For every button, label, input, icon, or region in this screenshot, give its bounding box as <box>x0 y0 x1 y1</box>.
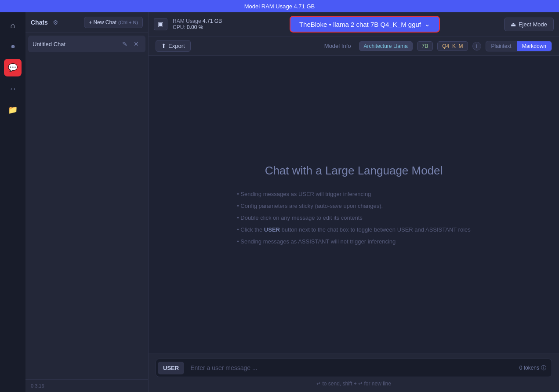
sidebar-settings-btn[interactable]: ⚙ <box>51 18 61 27</box>
chat-list: Untitled Chat ✎ ✕ <box>25 33 148 379</box>
format-toggle: Plaintext Markdown <box>486 41 552 51</box>
export-button[interactable]: ⬆ Export <box>156 40 191 52</box>
sidebar-title: Chats <box>31 19 48 26</box>
sidebar: Chats ⚙ + New Chat (Ctrl + N) Untitled C… <box>25 12 149 392</box>
hint-3: • Double click on any message to edit it… <box>237 214 471 221</box>
message-input[interactable] <box>189 361 515 375</box>
chat-close-btn[interactable]: ✕ <box>131 39 141 49</box>
hint-4: • Click the USER button next to the chat… <box>237 226 471 233</box>
arrows-icon[interactable]: ↔ <box>4 80 22 98</box>
folder-icon[interactable]: 📁 <box>4 101 22 119</box>
topbar-label: Model RAM Usage <box>244 3 292 10</box>
new-chat-button[interactable]: + New Chat (Ctrl + N) <box>84 17 143 28</box>
model-selector-text: TheBloke • llama 2 chat 7B Q4_K_M gguf <box>299 21 421 28</box>
content-header: ▣ RAM Usage 4.71 GB CPU: 0.00 % TheBloke… <box>149 12 559 36</box>
token-count: 0 tokens ⓘ <box>519 364 546 372</box>
markdown-button[interactable]: Markdown <box>517 41 552 51</box>
content-area: ▣ RAM Usage 4.71 GB CPU: 0.00 % TheBloke… <box>149 12 559 392</box>
new-chat-label: + New Chat <box>89 19 116 25</box>
cpu-value: 0.00 % <box>187 24 203 30</box>
size-badge: 7B <box>417 41 433 51</box>
ram-label: RAM Usage <box>173 18 201 24</box>
plaintext-button[interactable]: Plaintext <box>486 41 517 51</box>
new-chat-shortcut: (Ctrl + N) <box>118 20 138 25</box>
chat-welcome-text: Chat with a Large Language Model <box>265 164 443 178</box>
chevron-down-icon: ⌄ <box>425 20 430 28</box>
export-label: Export <box>168 43 185 49</box>
ram-value: 4.71 GB <box>203 18 222 24</box>
model-info-icon[interactable]: i <box>472 42 481 51</box>
ram-info: RAM Usage 4.71 GB CPU: 0.00 % <box>173 18 225 30</box>
hint-1: • Sending messages as USER will trigger … <box>237 191 471 197</box>
topbar-value: 4.71 GB <box>294 3 315 10</box>
sidebar-title-row: Chats ⚙ <box>31 18 61 27</box>
input-hint: ↵ to send, shift + ↵ for new line <box>156 381 552 387</box>
architecture-badge: Architecture Llama <box>359 41 413 51</box>
eject-icon: ⏏ <box>511 21 516 28</box>
toggle-sidebar-button[interactable]: ▣ <box>154 18 167 30</box>
export-icon: ⬆ <box>161 43 166 49</box>
chat-edit-btn[interactable]: ✎ <box>120 39 130 49</box>
chat-area: Chat with a Large Language Model • Sendi… <box>149 56 559 353</box>
input-area: USER 0 tokens ⓘ ↵ to send, shift + ↵ for… <box>149 353 559 392</box>
cpu-label: CPU: <box>173 24 185 30</box>
input-row: USER 0 tokens ⓘ <box>156 359 552 377</box>
chat-icon[interactable]: 💬 <box>4 59 22 76</box>
top-bar: Model RAM Usage 4.71 GB <box>0 0 559 12</box>
search-icon[interactable]: ⚭ <box>4 38 22 55</box>
chat-item-actions: ✎ ✕ <box>120 39 141 49</box>
chat-item-name: Untitled Chat <box>33 41 65 47</box>
eject-button[interactable]: ⏏ Eject Mode <box>504 18 554 31</box>
architecture-label: Architecture <box>364 43 392 49</box>
edit-icon: ✎ <box>122 40 127 47</box>
hint-2: • Config parameters are sticky (auto-sav… <box>237 203 471 209</box>
icon-rail: ⌂ ⚭ 💬 ↔ 📁 <box>0 12 25 392</box>
model-info-label: Model Info <box>324 43 351 49</box>
eject-label: Eject Mode <box>519 21 547 28</box>
token-info-icon[interactable]: ⓘ <box>541 364 546 372</box>
model-selector-wrapper: TheBloke • llama 2 chat 7B Q4_K_M gguf ⌄ <box>231 16 499 33</box>
hint-5: • Sending messages as ASSISTANT will not… <box>237 238 471 245</box>
chat-list-item[interactable]: Untitled Chat ✎ ✕ <box>28 36 145 52</box>
llama-value: Llama <box>393 43 408 49</box>
model-info-bar: ⬆ Export Model Info Architecture Llama 7… <box>149 36 559 56</box>
model-selector[interactable]: TheBloke • llama 2 chat 7B Q4_K_M gguf ⌄ <box>290 16 440 33</box>
quant-badge: Q4_K_M <box>437 41 468 51</box>
sidebar-bottom: 0.3.16 <box>25 379 148 392</box>
gear-icon: ⚙ <box>53 19 58 26</box>
sidebar-header: Chats ⚙ + New Chat (Ctrl + N) <box>25 12 148 33</box>
chat-hints: • Sending messages as USER will trigger … <box>237 191 471 245</box>
user-role-button[interactable]: USER <box>158 362 184 374</box>
sidebar-toggle-icon: ▣ <box>158 21 163 28</box>
version-label: 0.3.16 <box>31 383 44 388</box>
close-icon: ✕ <box>134 40 139 47</box>
home-icon[interactable]: ⌂ <box>4 17 22 34</box>
